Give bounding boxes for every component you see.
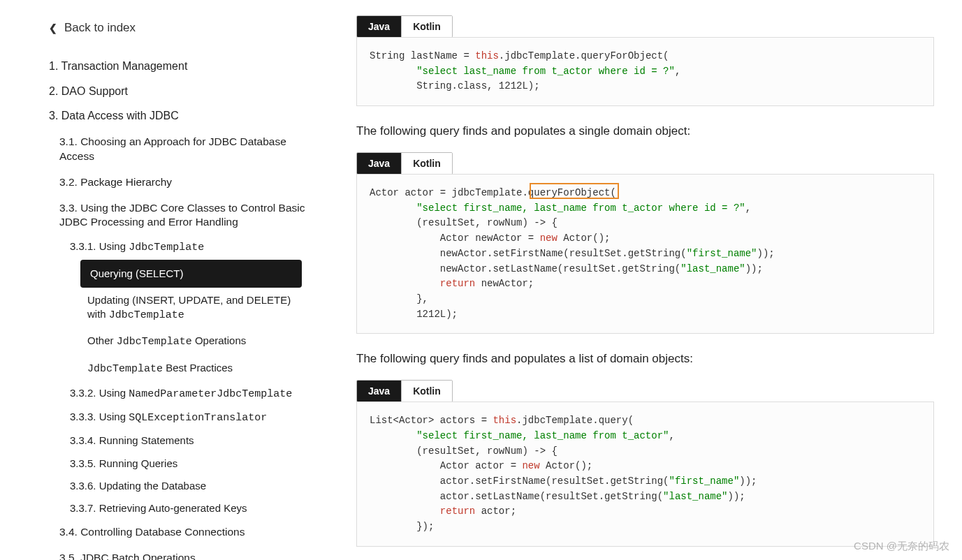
- code-block-1: String lastName = this.jdbcTemplate.quer…: [356, 37, 934, 106]
- nav-running-statements[interactable]: 3.3.4. Running Statements: [70, 429, 309, 452]
- tab-kotlin[interactable]: Kotlin: [402, 16, 452, 37]
- nav-package-hierarchy[interactable]: 3.2. Package Hierarchy: [59, 170, 309, 196]
- sidebar: ❮ Back to index 1. Transaction Managemen…: [0, 0, 323, 560]
- paragraph-single-object: The following query finds and populates …: [356, 124, 934, 138]
- nav-running-queries[interactable]: 3.3.5. Running Queries: [70, 452, 309, 475]
- back-label: Back to index: [64, 21, 136, 35]
- back-to-index-link[interactable]: ❮ Back to index: [49, 21, 309, 35]
- nav-other-ops[interactable]: Other JdbcTemplate Operations: [80, 328, 309, 355]
- nav-querying-select[interactable]: Querying (SELECT): [80, 260, 302, 288]
- code-tabs-3: Java Kotlin: [356, 380, 453, 402]
- nav-transaction-management[interactable]: 1. Transaction Management: [49, 54, 309, 78]
- main-content: Java Kotlin String lastName = this.jdbcT…: [323, 0, 962, 560]
- nav-using-jdbctemplate[interactable]: 3.3.1. Using JdbcTemplate: [70, 235, 309, 259]
- tab-java[interactable]: Java: [357, 16, 402, 37]
- nav-batch-ops[interactable]: 3.5. JDBC Batch Operations: [59, 545, 309, 560]
- code-block-3: List<Actor> actors = this.jdbcTemplate.q…: [356, 401, 934, 547]
- tab-java[interactable]: Java: [357, 153, 402, 174]
- nav-updating-dml[interactable]: Updating (INSERT, UPDATE, and DELETE) wi…: [80, 288, 309, 329]
- nav-data-access-jdbc[interactable]: 3. Data Access with JDBC: [49, 104, 309, 128]
- code-tabs-1: Java Kotlin: [356, 15, 453, 38]
- paragraph-list-objects: The following query finds and populates …: [356, 352, 934, 366]
- code-tabs-2: Java Kotlin: [356, 152, 453, 175]
- chevron-left-icon: ❮: [49, 22, 57, 34]
- nav-best-practices[interactable]: JdbcTemplate Best Practices: [80, 355, 309, 382]
- nav-dao-support[interactable]: 2. DAO Support: [49, 80, 309, 103]
- nav-jdbc-core-classes[interactable]: 3.3. Using the JDBC Core Classes to Cont…: [59, 196, 309, 236]
- nav-named-param-template[interactable]: 3.3.2. Using NamedParameterJdbcTemplate: [70, 382, 309, 406]
- nav-auto-generated-keys[interactable]: 3.3.7. Retrieving Auto-generated Keys: [70, 497, 309, 520]
- nav-db-connections[interactable]: 3.4. Controlling Database Connections: [59, 520, 309, 545]
- nav-updating-database[interactable]: 3.3.6. Updating the Database: [70, 475, 309, 497]
- code-block-2: Actor actor = jdbcTemplate.queryForObjec…: [356, 174, 934, 334]
- tab-kotlin[interactable]: Kotlin: [402, 153, 452, 174]
- nav-sqlexception-translator[interactable]: 3.3.3. Using SQLExceptionTranslator: [70, 406, 309, 429]
- tab-kotlin[interactable]: Kotlin: [402, 381, 452, 401]
- tab-java[interactable]: Java: [357, 381, 402, 401]
- nav-jdbc-approach[interactable]: 3.1. Choosing an Approach for JDBC Datab…: [59, 129, 309, 170]
